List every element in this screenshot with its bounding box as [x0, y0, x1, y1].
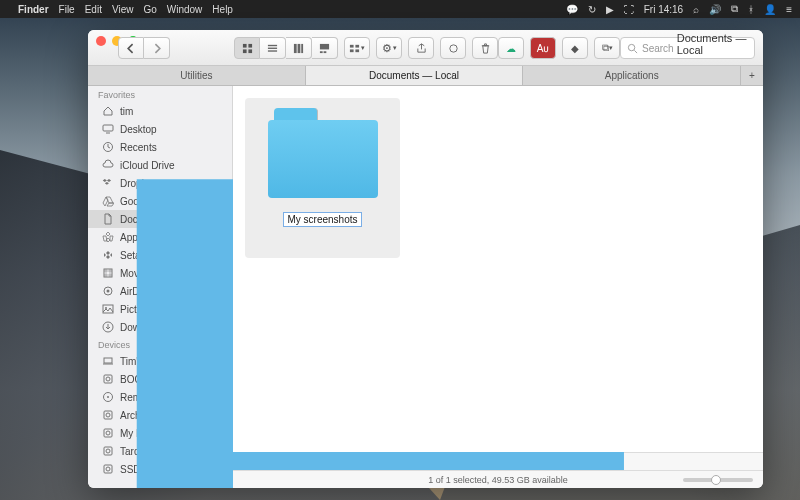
chat-icon[interactable]: 💬 [566, 4, 578, 15]
folder-name-edit[interactable]: My screenshots [283, 212, 361, 227]
sidebar-header: Favorites [88, 86, 232, 102]
svg-rect-12 [324, 51, 327, 53]
sidebar-item-setapp[interactable]: Setapp [88, 246, 232, 264]
trash-button[interactable] [472, 37, 498, 59]
arrange-button[interactable]: ▾ [344, 37, 370, 59]
svg-rect-8 [298, 43, 301, 52]
dropbox-icon [102, 177, 114, 189]
status-text: 1 of 1 selected, 49.53 GB available [428, 475, 568, 485]
sidebar-item-airdrop[interactable]: AirDrop [88, 282, 232, 300]
folder-item[interactable]: My screenshots [245, 98, 400, 258]
menu-help[interactable]: Help [212, 4, 233, 15]
path-seg-0[interactable]: tim [255, 457, 267, 467]
sidebar-item-tim-s-macbook-pro[interactable]: Tim's MacBook Pro [88, 352, 232, 370]
extension-app2-button[interactable]: ◆ [562, 37, 588, 59]
sidebar-item-bootcamp[interactable]: BOOTCAMP [88, 370, 232, 388]
clock-text[interactable]: Fri 14:16 [644, 4, 683, 15]
sidebar-item-ssd2go[interactable]: SSD2go⏏ [88, 460, 232, 478]
wifi-icon[interactable]: ⧉ [731, 3, 738, 15]
svg-rect-23 [104, 269, 112, 277]
volume-icon[interactable]: 🔊 [709, 4, 721, 15]
svg-point-25 [107, 290, 110, 293]
menu-file[interactable]: File [59, 4, 75, 15]
menu-window[interactable]: Window [167, 4, 203, 15]
svg-rect-39 [104, 447, 112, 455]
airdrop-icon [102, 285, 114, 297]
extension-cloud-button[interactable]: ☁ [498, 37, 524, 59]
user-icon[interactable]: 👤 [764, 4, 776, 15]
sidebar-item-documents[interactable]: Documents [88, 210, 232, 228]
dropbox-button[interactable]: ⧉▾ [594, 37, 620, 59]
path-seg-2[interactable]: untitled folder [363, 457, 417, 467]
tab-utilities[interactable]: Utilities [88, 66, 306, 85]
menu-go[interactable]: Go [143, 4, 156, 15]
laptop-icon [102, 355, 114, 367]
disk-icon [102, 463, 114, 475]
sidebar-item-tim[interactable]: tim [88, 102, 232, 120]
doc-icon [102, 213, 114, 225]
sidebar-item-label: Google Drive [120, 196, 178, 207]
search-field[interactable]: Search [620, 37, 755, 59]
siri-icon[interactable]: ≡ [786, 4, 792, 15]
sidebar-item-pictures[interactable]: Pictures [88, 300, 232, 318]
menu-edit[interactable]: Edit [85, 4, 102, 15]
desktop-icon [102, 123, 114, 135]
view-gallery-button[interactable] [312, 37, 338, 59]
disk-icon [102, 427, 114, 439]
svg-rect-5 [268, 47, 277, 48]
sidebar-item-recents[interactable]: Recents [88, 138, 232, 156]
window-titlebar: ▾ ⚙▾ ☁ Aᴜ ◆ ⧉▾ Search [88, 30, 763, 66]
eject-icon[interactable]: ⏏ [214, 411, 222, 420]
svg-rect-26 [103, 305, 113, 313]
eject-icon[interactable]: ⏏ [214, 447, 222, 456]
sidebar-item-downloads[interactable]: Downloads [88, 318, 232, 336]
sync-icon[interactable]: ↻ [588, 4, 596, 15]
sidebar-item-label: Documents [120, 214, 171, 225]
sidebar-item-label: Tim's MacBook Pro [120, 356, 206, 367]
sidebar-item-label: Applications [120, 232, 174, 243]
content-area[interactable]: My screenshots [233, 86, 763, 452]
svg-point-42 [106, 467, 110, 471]
view-icons-button[interactable] [234, 37, 260, 59]
sidebar-item-desktop[interactable]: Desktop [88, 120, 232, 138]
magnify-icon[interactable]: ⌕ [693, 4, 699, 15]
back-button[interactable] [118, 37, 144, 59]
sidebar-item-icloud-drive[interactable]: iCloud Drive [88, 156, 232, 174]
svg-rect-41 [104, 465, 112, 473]
tab-applications[interactable]: Applications [523, 66, 741, 85]
folder-icon-large [268, 108, 378, 198]
icon-size-slider[interactable] [683, 478, 753, 482]
tags-button[interactable] [440, 37, 466, 59]
app-name[interactable]: Finder [18, 4, 49, 15]
view-list-button[interactable] [260, 37, 286, 59]
new-tab-button[interactable]: + [741, 66, 763, 85]
svg-line-19 [634, 50, 637, 53]
search-icon [627, 43, 638, 54]
sidebar-item-label: Remote Disc [120, 392, 177, 403]
expand-icon[interactable]: ⛶ [624, 4, 634, 15]
sidebar-item-label: Dropbox [120, 178, 158, 189]
play-icon[interactable]: ▶ [606, 4, 614, 15]
sidebar-item-tardisk[interactable]: Tardisk⏏ [88, 442, 232, 460]
svg-rect-7 [294, 43, 297, 52]
sidebar-item-my-book[interactable]: My Book⏏ [88, 424, 232, 442]
share-button[interactable] [408, 37, 434, 59]
sidebar-item-archives[interactable]: Archives⏏ [88, 406, 232, 424]
view-columns-button[interactable] [286, 37, 312, 59]
action-button[interactable]: ⚙▾ [376, 37, 402, 59]
tab-documents[interactable]: Documents — Local [306, 66, 524, 85]
sidebar-item-dropbox[interactable]: Dropbox [88, 174, 232, 192]
extension-app1-button[interactable]: Aᴜ [530, 37, 556, 59]
sidebar-item-google-drive[interactable]: Google Drive [88, 192, 232, 210]
svg-rect-14 [355, 44, 359, 47]
bluetooth-icon[interactable]: ᚼ [748, 4, 754, 15]
forward-button[interactable] [144, 37, 170, 59]
eject-icon[interactable]: ⏏ [214, 465, 222, 474]
menu-view[interactable]: View [112, 4, 134, 15]
path-seg-1[interactable]: Documents [292, 457, 338, 467]
eject-icon[interactable]: ⏏ [214, 429, 222, 438]
close-button[interactable] [96, 36, 106, 46]
sidebar-item-movies[interactable]: Movies [88, 264, 232, 282]
sidebar-item-applications[interactable]: Applications [88, 228, 232, 246]
sidebar-item-remote-disc[interactable]: Remote Disc [88, 388, 232, 406]
